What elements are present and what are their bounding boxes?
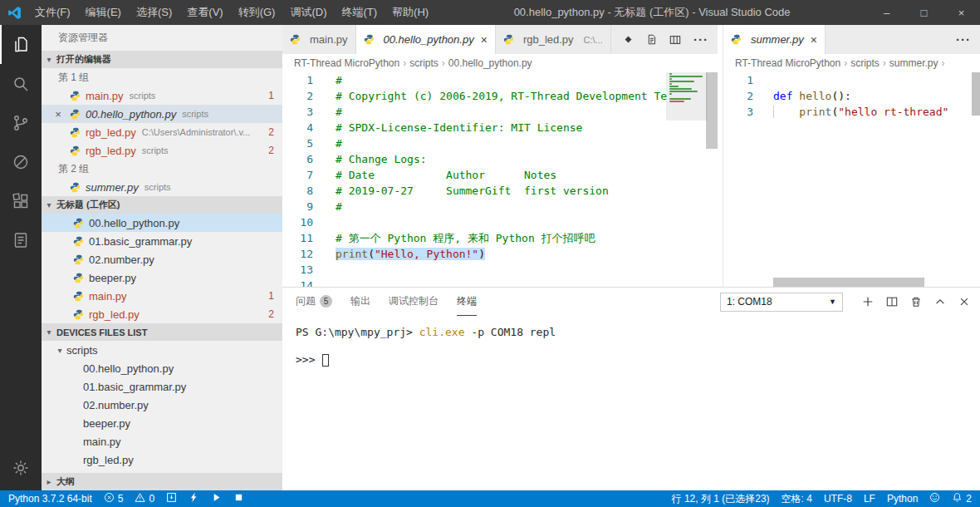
workspace-file[interactable]: 02.number.py: [42, 250, 282, 268]
device-file[interactable]: rgb_led.py: [42, 450, 282, 469]
code-line[interactable]: 5#: [282, 135, 668, 151]
device-file[interactable]: main.py: [42, 432, 282, 450]
device-file[interactable]: 01.basic_grammar.py: [42, 377, 282, 396]
scrollbar-thumb[interactable]: [706, 72, 718, 149]
workspace-file[interactable]: rgb_led.py2: [42, 305, 282, 323]
code-line[interactable]: 2# Copyright (c) 2006-2019, RT-Thread De…: [282, 88, 668, 104]
status-item[interactable]: UTF-8: [824, 493, 852, 505]
editor-tab[interactable]: summer.py×: [723, 25, 826, 54]
menu-item[interactable]: 查看(V): [179, 0, 230, 25]
minimap-slider[interactable]: [666, 72, 708, 121]
open-editors-header[interactable]: ▾打开的编辑器: [42, 51, 282, 68]
code-line[interactable]: 8# 2019-07-27 SummerGift first version: [282, 183, 668, 199]
explorer-icon[interactable]: [0, 25, 42, 64]
devices-header[interactable]: ▾DEVICES FILES LIST: [42, 323, 282, 341]
settings-gear-icon[interactable]: [0, 448, 42, 487]
status-item[interactable]: Python: [887, 493, 918, 505]
source-control-icon[interactable]: [0, 103, 42, 142]
close-icon[interactable]: ×: [481, 33, 488, 47]
code-line[interactable]: 4# SPDX-License-Identifier: MIT License: [282, 120, 668, 135]
code-editor-2[interactable]: 12def hello():3 print("hello rt-thread": [723, 72, 972, 287]
status-item[interactable]: 行 12, 列 1 (已选择23): [672, 492, 770, 506]
breadcrumb-item[interactable]: RT-Thread MicroPython: [735, 57, 840, 69]
breadcrumb-item[interactable]: 00.hello_python.py: [448, 57, 532, 69]
code-line[interactable]: 10: [282, 214, 668, 230]
horizontal-scrollbar-2[interactable]: [773, 278, 972, 287]
code-line[interactable]: 13: [282, 262, 668, 278]
close-panel-icon[interactable]: [958, 296, 970, 308]
split-terminal-icon[interactable]: [886, 296, 898, 308]
code-line[interactable]: 14: [282, 278, 668, 287]
open-preview-icon[interactable]: [646, 34, 657, 45]
open-editor-item[interactable]: ×00.hello_python.pyscripts: [42, 105, 282, 123]
split-editor-icon[interactable]: [669, 34, 681, 46]
panel-tab[interactable]: 调试控制台: [389, 288, 439, 316]
menu-item[interactable]: 转到(G): [231, 0, 283, 25]
editor-tab[interactable]: rgb_led.pyC:\...: [496, 25, 611, 54]
menu-item[interactable]: 终端(T): [334, 0, 385, 25]
code-line[interactable]: 2def hello():: [723, 88, 972, 104]
status-run[interactable]: [211, 492, 222, 505]
open-editor-item[interactable]: rgb_led.pyC:\Users\Administrator\.v...2: [42, 123, 282, 141]
more-actions-icon[interactable]: ···: [693, 36, 708, 44]
workspace-file[interactable]: main.py1: [42, 287, 282, 305]
breadcrumb-item[interactable]: scripts: [409, 57, 439, 69]
status-error[interactable]: 5: [104, 492, 124, 505]
panel-tab[interactable]: 终端: [457, 288, 477, 316]
close-icon[interactable]: ×: [51, 108, 65, 121]
status-download[interactable]: [166, 492, 177, 505]
kill-terminal-icon[interactable]: [910, 296, 922, 308]
breadcrumb-item[interactable]: summer.py: [889, 57, 938, 69]
maximize-icon[interactable]: □: [905, 0, 943, 25]
status-warning[interactable]: 0: [135, 492, 154, 505]
menu-item[interactable]: 编辑(E): [78, 0, 129, 25]
search-icon[interactable]: [0, 64, 42, 103]
folder-scripts[interactable]: ▾scripts: [42, 341, 282, 359]
code-line[interactable]: 3#: [282, 104, 668, 120]
status-feedback[interactable]: [929, 492, 940, 505]
device-files-icon[interactable]: [0, 220, 42, 259]
status-item[interactable]: Python 3.7.2 64-bit: [8, 493, 92, 505]
editor-tab[interactable]: 00.hello_python.py×: [356, 25, 496, 54]
workspace-file[interactable]: 00.hello_python.py: [42, 214, 282, 232]
workspace-file[interactable]: 01.basic_grammar.py: [42, 232, 282, 250]
code-line[interactable]: 1#: [282, 72, 668, 88]
terminal-select[interactable]: 1: COM18 ▼: [720, 293, 843, 312]
minimap[interactable]: [668, 72, 706, 180]
code-line[interactable]: 7# Date Author Notes: [282, 167, 668, 183]
vertical-scrollbar-2[interactable]: [972, 72, 980, 287]
code-line[interactable]: 11# 第一个 Python 程序, 来和 Python 打个招呼吧: [282, 230, 668, 246]
panel-tab[interactable]: 问题5: [296, 288, 332, 316]
open-editor-item[interactable]: summer.pyscripts: [42, 178, 282, 196]
close-icon[interactable]: ×: [811, 33, 817, 47]
open-editor-item[interactable]: rgb_led.pyscripts2: [42, 141, 282, 160]
status-stop[interactable]: [233, 492, 244, 505]
breadcrumb-item[interactable]: scripts: [850, 57, 880, 69]
status-item[interactable]: 空格: 4: [782, 492, 812, 506]
menu-item[interactable]: 帮助(H): [385, 0, 436, 25]
device-file[interactable]: 00.hello_python.py: [42, 359, 282, 377]
run-file-icon[interactable]: [623, 34, 634, 45]
menu-item[interactable]: 文件(F): [27, 0, 78, 25]
terminal-output[interactable]: PS G:\mpy\mpy_prj> cli.exe -p COM18 repl…: [282, 316, 980, 367]
code-line[interactable]: 12print("Hello, Python!"): [282, 246, 668, 262]
code-line[interactable]: 1: [723, 72, 972, 88]
menu-item[interactable]: 选择(S): [129, 0, 179, 25]
open-editor-item[interactable]: main.pyscripts1: [42, 86, 282, 105]
extensions-icon[interactable]: [0, 181, 42, 220]
debug-icon[interactable]: [0, 142, 42, 181]
panel-tab[interactable]: 输出: [350, 288, 370, 316]
workspace-file[interactable]: beeper.py: [42, 268, 282, 287]
device-file[interactable]: 02.number.py: [42, 396, 282, 414]
editor-tab[interactable]: main.py: [282, 25, 356, 54]
status-bell[interactable]: 2: [952, 492, 972, 505]
code-line[interactable]: 3 print("hello rt-thread": [723, 104, 972, 120]
maximize-panel-icon[interactable]: [934, 296, 946, 308]
close-icon[interactable]: ×: [943, 0, 980, 25]
menu-item[interactable]: 调试(D): [282, 0, 334, 25]
code-line[interactable]: 6# Change Logs:: [282, 151, 668, 167]
breadcrumb-item[interactable]: RT-Thread MicroPython: [294, 57, 399, 69]
device-file[interactable]: beeper.py: [42, 414, 282, 432]
scrollbar-thumb[interactable]: [773, 278, 924, 287]
code-editor-1[interactable]: 1#2# Copyright (c) 2006-2019, RT-Thread …: [282, 72, 668, 287]
